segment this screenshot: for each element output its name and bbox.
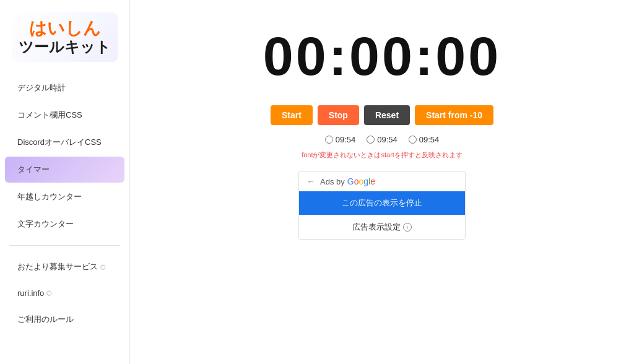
ad-settings-label: 広告表示設定 [352,222,401,233]
logo-area: 🔧 💬 はいしん ツールキット 🕐 [0,6,129,74]
logo-line2: ツールキット [19,38,111,56]
sidebar-item-char-counter[interactable]: 文字カウンター [5,211,124,237]
logo-text: はいしん ツールキット [19,18,111,56]
hint-text: fontが変更されないときはstartを押すと反映されます [302,150,462,160]
radio-item-1[interactable]: 09:54 [325,135,356,144]
info-icon: i [403,223,412,232]
sidebar-item-digital-clock[interactable]: デジタル時計 [5,75,124,101]
radio-label-1: 09:54 [336,135,356,144]
external-link-icon-2: ⬡ [46,290,52,297]
ads-by-google: Ads by Google [320,176,375,186]
radio-item-2[interactable]: 09:54 [367,135,397,144]
ad-container: ← Ads by Google この広告の表示を停止 広告表示設定 i [298,171,466,240]
sidebar-item-ruri[interactable]: ruri.info ⬡ [5,281,124,305]
timer-controls: Start Stop Reset Start from -10 [271,105,493,125]
main-content: 00:00:00 Start Stop Reset Start from -10… [130,0,634,364]
external-link-icon: ⬡ [100,264,106,271]
radio-label-3: 09:54 [419,135,440,144]
ad-settings-button[interactable]: 広告表示設定 i [299,215,465,239]
sidebar-item-discord-css[interactable]: DiscordオーバレイCSS [5,129,124,155]
radio-item-3[interactable]: 09:54 [409,135,440,144]
sidebar-divider [9,245,120,246]
ruri-label: ruri.info [17,288,44,298]
sidebar: 🔧 💬 はいしん ツールキット 🕐 デジタル時計 コメント欄用CSS Disco… [0,0,130,364]
start-from-button[interactable]: Start from -10 [415,105,493,125]
radio-label-2: 09:54 [377,135,397,144]
ad-stop-button[interactable]: この広告の表示を停止 [299,191,465,215]
ad-back-arrow[interactable]: ← [306,176,315,186]
ads-by-text: Ads by [320,177,345,186]
stop-button[interactable]: Stop [318,105,359,125]
radio-group: 09:54 09:54 09:54 [325,135,440,144]
sidebar-item-comment-css[interactable]: コメント欄用CSS [5,102,124,128]
mail-label: おたより募集サービス [17,261,98,272]
sidebar-item-timer[interactable]: タイマー [5,157,124,183]
google-logo: Google [347,176,375,186]
radio-input-1[interactable] [325,136,333,144]
logo-box: 🔧 💬 はいしん ツールキット 🕐 [12,12,118,62]
logo-line1: はいしん [19,18,111,39]
radio-input-3[interactable] [409,136,417,144]
timer-display: 00:00:00 [263,25,501,88]
reset-button[interactable]: Reset [364,105,410,125]
radio-input-2[interactable] [367,136,375,144]
sidebar-item-countdown[interactable]: 年越しカウンター [5,184,124,210]
ad-header: ← Ads by Google [299,171,465,191]
start-button[interactable]: Start [271,105,313,125]
sidebar-item-mail[interactable]: おたより募集サービス ⬡ [5,254,124,280]
sidebar-item-rules[interactable]: ご利用のルール [5,306,124,332]
